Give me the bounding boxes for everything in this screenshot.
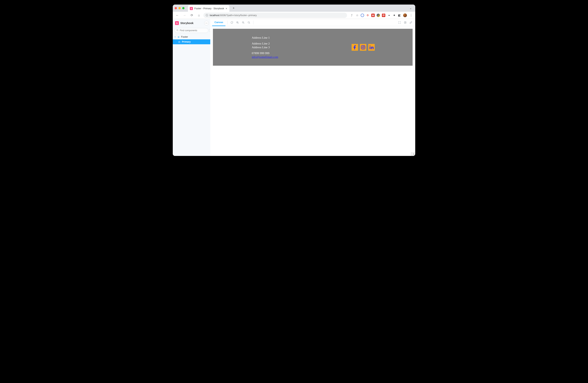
sidebar-menu-button[interactable]: ⋯: [204, 21, 209, 25]
profile-avatar[interactable]: [403, 13, 407, 17]
tab-strip: S Footer - Primary · Storybook × + ⌄: [173, 4, 415, 12]
footer-component: Address Line 1 Address Line 2 Address Li…: [213, 29, 413, 66]
tree-story-primary[interactable]: ◻ Primary: [173, 39, 210, 44]
instagram-icon[interactable]: [360, 44, 366, 51]
close-window-button[interactable]: [175, 7, 177, 9]
zoom-out-button[interactable]: [241, 20, 246, 25]
copy-link-button[interactable]: [408, 20, 413, 25]
storybook-main: Canvas: [210, 19, 415, 156]
svg-rect-16: [370, 47, 370, 49]
preview-canvas: Address Line 1 Address Line 2 Address Li…: [210, 26, 415, 156]
reload-button[interactable]: ⟳: [189, 13, 194, 18]
url-text: localhost:6006/?path=/story/footer--prim…: [210, 14, 257, 17]
maximize-window-button[interactable]: [182, 7, 185, 9]
zoom-in-button[interactable]: [235, 20, 240, 25]
close-tab-button[interactable]: ×: [226, 7, 227, 10]
browser-tab[interactable]: S Footer - Primary · Storybook ×: [188, 5, 230, 12]
linkedin-icon[interactable]: [368, 44, 375, 51]
preview-toolbar: Canvas: [210, 19, 415, 26]
storybook-logo-icon: S: [175, 21, 179, 25]
storybook-app: S Storybook ⋯ / ▾ ⊞ Footer: [173, 19, 415, 156]
footer-contact-block: Address Line 1 Address Line 2 Address Li…: [221, 36, 352, 59]
toolbar-separator: [253, 21, 253, 24]
svg-point-14: [362, 46, 364, 48]
extension-icon[interactable]: ⦿: [382, 14, 385, 17]
window-controls: [175, 7, 185, 9]
footer-social-links: [352, 44, 405, 51]
svg-point-17: [370, 45, 370, 46]
footer-email-link[interactable]: info@someEmail.com: [252, 55, 278, 58]
tab-canvas[interactable]: Canvas: [212, 19, 225, 26]
svg-line-3: [238, 23, 239, 23]
facebook-icon[interactable]: [352, 44, 358, 51]
ip-badge: ::1: [411, 153, 415, 155]
open-isolated-button[interactable]: [403, 20, 408, 25]
svg-point-0: [177, 29, 178, 31]
extension-icon[interactable]: O: [366, 14, 369, 17]
svg-line-1: [178, 30, 178, 31]
footer-address-line1: Address Line 1: [252, 36, 352, 39]
back-button[interactable]: ←: [175, 13, 180, 18]
svg-point-9: [248, 21, 250, 23]
browser-window: S Footer - Primary · Storybook × + ⌄ ← →…: [173, 4, 415, 156]
tab-title: Footer - Primary · Storybook: [194, 7, 224, 10]
new-tab-button[interactable]: +: [231, 5, 236, 11]
svg-line-7: [244, 23, 244, 23]
svg-line-10: [249, 23, 250, 23]
extension-icon[interactable]: ••: [387, 14, 391, 17]
toolbar-separator: [227, 21, 228, 24]
fullscreen-button[interactable]: [397, 20, 402, 25]
extensions-button[interactable]: ✦: [393, 14, 396, 17]
forward-button[interactable]: →: [182, 13, 187, 18]
storybook-sidebar: S Storybook ⋯ / ▾ ⊞ Footer: [173, 19, 210, 156]
footer-address-line2: Address Line 2: [252, 42, 352, 45]
tree-item-label: Footer: [181, 36, 188, 38]
remount-button[interactable]: [230, 20, 234, 25]
share-icon[interactable]: ⤴: [350, 14, 354, 17]
zoom-reset-button[interactable]: [247, 20, 251, 25]
sidebar-tree: ▾ ⊞ Footer ◻ Primary: [173, 35, 210, 44]
story-icon: ◻: [178, 41, 181, 43]
bookmark-star-icon[interactable]: ☆: [355, 14, 359, 17]
search-icon: [176, 29, 179, 32]
tabs-dropdown-button[interactable]: ⌄: [408, 7, 413, 10]
svg-point-15: [364, 46, 365, 46]
storybook-favicon: S: [190, 7, 193, 10]
site-info-icon[interactable]: ⓘ: [206, 14, 208, 17]
extension-icon[interactable]: [361, 14, 364, 17]
extension-icon[interactable]: [377, 14, 380, 17]
tree-component-footer[interactable]: ▾ ⊞ Footer: [173, 35, 210, 39]
side-panel-button[interactable]: ◧: [398, 14, 401, 17]
sidebar-search[interactable]: /: [175, 28, 208, 33]
component-icon: ⊞: [178, 36, 180, 38]
chrome-menu-button[interactable]: ⋮: [409, 13, 413, 17]
browser-toolbar: ← → ⟳ ⌂ ⓘ localhost:6006/?path=/story/fo…: [173, 12, 415, 19]
collapse-icon: ▾: [175, 36, 177, 38]
toolbar-actions: ⤴ ☆ O ⊞ ⦿ •• ✦ ◧ ⋮: [349, 13, 413, 17]
sidebar-header: S Storybook ⋯: [173, 19, 210, 27]
minimize-window-button[interactable]: [178, 7, 181, 9]
tree-item-label: Primary: [182, 40, 191, 43]
storybook-brand: Storybook: [180, 21, 193, 25]
extension-icon[interactable]: ⊞: [371, 14, 375, 17]
home-button[interactable]: ⌂: [196, 13, 202, 18]
address-bar[interactable]: ⓘ localhost:6006/?path=/story/footer--pr…: [203, 13, 347, 18]
search-input[interactable]: [180, 29, 208, 32]
footer-phone: 07899 999 999: [252, 51, 352, 55]
footer-address-line3: Address Line 3: [252, 45, 352, 49]
